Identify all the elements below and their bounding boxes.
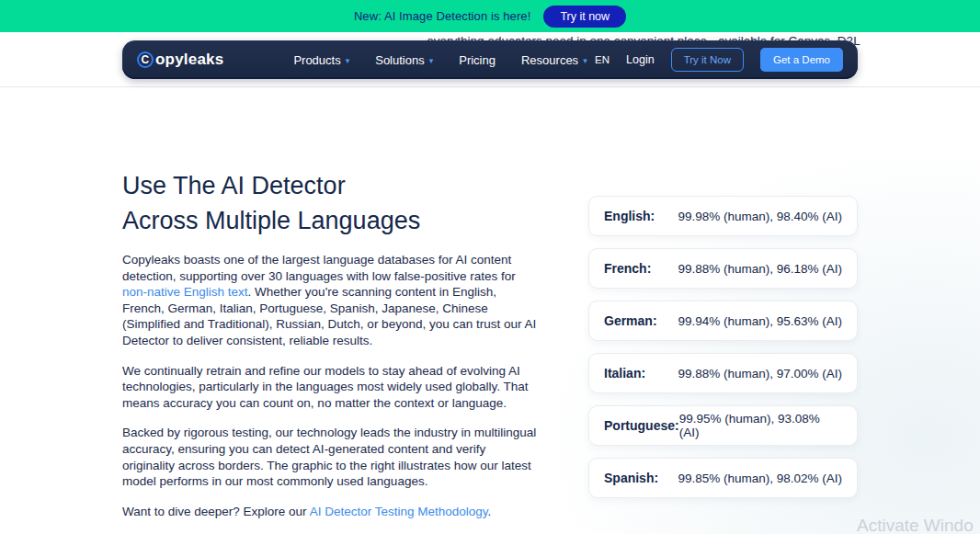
page-title-line1: Use The AI Detector: [122, 168, 420, 203]
stat-label: German:: [604, 313, 657, 328]
methodology-link[interactable]: AI Detector Testing Methodology: [310, 505, 488, 518]
language-stats-list: English: 99.98% (human), 98.40% (AI) Fre…: [588, 196, 858, 510]
main-section: Use The AI Detector Across Multiple Lang…: [0, 88, 980, 534]
language-selector[interactable]: EN: [595, 54, 610, 65]
stat-card-english: English: 99.98% (human), 98.40% (AI): [588, 196, 858, 236]
chevron-down-icon: ▾: [346, 55, 350, 65]
nav-item-solutions[interactable]: Solutions ▾: [375, 53, 433, 67]
stat-value: 99.88% (human), 97.00% (AI): [678, 367, 842, 381]
stat-value: 99.88% (human), 96.18% (AI): [678, 262, 842, 276]
stat-label: Italian:: [604, 366, 645, 381]
body-copy-column: Copyleaks boasts one of the largest lang…: [122, 252, 541, 533]
nav-menu: Products ▾ Solutions ▾ Pricing Resources…: [293, 53, 587, 67]
windows-activation-watermark: Activate Windo: [857, 516, 974, 534]
retrain-paragraph: We continually retrain and refine our mo…: [122, 363, 541, 412]
nav-item-products[interactable]: Products ▾: [293, 53, 349, 67]
intro-paragraph: Copyleaks boasts one of the largest lang…: [122, 252, 541, 349]
get-a-demo-button[interactable]: Get a Demo: [760, 48, 843, 72]
stat-card-italian: Italian: 99.88% (human), 97.00% (AI): [588, 353, 858, 393]
methodology-text: Want to dive deeper? Explore our: [122, 505, 310, 518]
page-title-line2: Across Multiple Languages: [122, 203, 420, 238]
nav-item-pricing[interactable]: Pricing: [459, 53, 496, 67]
copyleaks-logo-text: opyleaks: [155, 51, 223, 69]
copyleaks-logo-c-icon: C: [137, 51, 154, 68]
stat-card-portuguese: Portuguese: 99.95% (human), 93.08% (AI): [588, 405, 858, 446]
login-link[interactable]: Login: [626, 53, 655, 66]
stat-label: Portuguese:: [604, 418, 679, 433]
stat-card-german: German: 99.94% (human), 95.63% (AI): [588, 301, 858, 341]
chevron-down-icon: ▾: [429, 55, 434, 65]
try-it-now-button[interactable]: Try it Now: [671, 48, 744, 72]
main-navbar: Copyleaks Products ▾ Solutions ▾ Pricing…: [122, 40, 858, 79]
banner-try-it-now-button[interactable]: Try it now: [543, 6, 626, 28]
announcement-banner: New: AI Image Detection is here! Try it …: [0, 0, 980, 32]
stat-label: English:: [604, 209, 655, 223]
nav-item-resources[interactable]: Resources ▾: [521, 53, 587, 67]
nav-item-label: Solutions: [375, 53, 424, 67]
stat-label: Spanish:: [604, 471, 658, 485]
stat-value: 99.94% (human), 95.63% (AI): [678, 314, 842, 328]
methodology-paragraph: Want to dive deeper? Explore our AI Dete…: [122, 504, 541, 520]
nav-item-label: Pricing: [459, 53, 496, 67]
nav-right-group: EN Login Try it Now Get a Demo: [595, 48, 843, 72]
copyleaks-logo[interactable]: Copyleaks: [137, 51, 223, 69]
announcement-text: New: AI Image Detection is here!: [354, 9, 531, 23]
page-title: Use The AI Detector Across Multiple Lang…: [122, 168, 420, 238]
methodology-period: .: [487, 505, 491, 518]
stat-card-french: French: 99.88% (human), 96.18% (AI): [588, 248, 858, 289]
testing-paragraph: Backed by rigorous testing, our technolo…: [122, 425, 541, 489]
chevron-down-icon: ▾: [583, 55, 587, 65]
stat-card-spanish: Spanish: 99.85% (human), 98.02% (AI): [588, 458, 858, 498]
stat-label: French:: [604, 261, 651, 276]
nav-item-label: Resources: [521, 53, 578, 67]
non-native-english-link[interactable]: non-native English text: [122, 285, 248, 299]
nav-item-label: Products: [293, 53, 340, 67]
stat-value: 99.85% (human), 98.02% (AI): [678, 472, 842, 485]
stat-value: 99.95% (human), 93.08% (AI): [679, 412, 842, 439]
stat-value: 99.98% (human), 98.40% (AI): [678, 210, 842, 223]
intro-text: Copyleaks boasts one of the largest lang…: [122, 253, 516, 283]
